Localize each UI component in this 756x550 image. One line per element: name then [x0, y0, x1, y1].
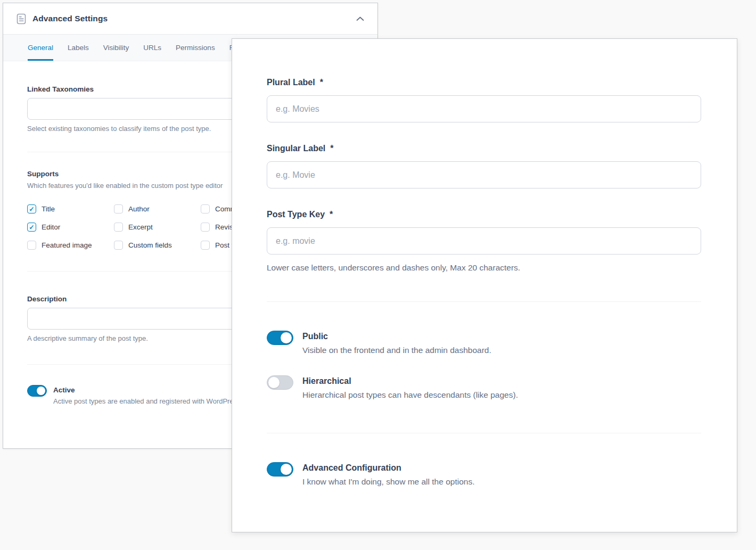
tab-visibility[interactable]: Visibility	[103, 35, 129, 61]
checkbox-option-title[interactable]: Title	[27, 204, 114, 214]
post-type-key-field: Post Type Key* Lower case letters, under…	[267, 210, 701, 273]
tab-urls[interactable]: URLs	[143, 35, 161, 61]
checkbox[interactable]	[201, 204, 210, 214]
singular-label-input[interactable]	[267, 161, 701, 188]
checkbox-label: Author	[128, 205, 150, 213]
active-toggle[interactable]	[27, 385, 47, 397]
checkbox[interactable]	[114, 223, 123, 232]
plural-label-input[interactable]	[267, 95, 701, 122]
checkbox[interactable]	[27, 241, 36, 250]
basic-settings-panel: Plural Label* Singular Label* Post Type …	[232, 38, 737, 532]
tab-general[interactable]: General	[28, 35, 53, 61]
post-type-icon	[17, 13, 27, 24]
checkbox-option-author[interactable]: Author	[114, 204, 201, 214]
advanced-configuration-label: Advanced Configuration	[302, 463, 474, 473]
panel-header: Advanced Settings	[3, 3, 377, 35]
checkbox-label: Excerpt	[128, 223, 153, 231]
panel-title: Advanced Settings	[32, 14, 108, 23]
public-help: Visible on the frontend and in the admin…	[302, 346, 491, 355]
section-divider	[267, 433, 701, 433]
required-asterisk: *	[320, 78, 323, 87]
plural-label-label: Plural Label*	[267, 78, 701, 87]
checkbox-label: Custom fields	[128, 241, 172, 249]
toggle-knob	[268, 377, 280, 388]
active-help: Active post types are enabled and regist…	[53, 397, 242, 405]
section-divider	[267, 301, 701, 302]
post-type-key-label: Post Type Key*	[267, 210, 701, 219]
checkbox[interactable]	[27, 223, 36, 232]
hierarchical-label: Hierarchical	[302, 376, 518, 386]
public-toggle[interactable]	[267, 331, 293, 345]
public-label: Public	[302, 332, 491, 341]
post-type-key-input[interactable]	[267, 227, 701, 255]
checkbox[interactable]	[114, 241, 123, 250]
checkbox-label: Featured image	[42, 241, 92, 249]
tab-permissions[interactable]: Permissions	[176, 35, 215, 61]
post-type-key-help: Lower case letters, underscores and dash…	[267, 263, 701, 273]
tab-labels[interactable]: Labels	[68, 35, 89, 61]
required-asterisk: *	[330, 144, 333, 153]
advanced-configuration-row: Advanced Configuration I know what I'm d…	[267, 462, 701, 487]
checkbox-option-featured-image[interactable]: Featured image	[27, 241, 114, 250]
checkbox[interactable]	[201, 241, 210, 250]
checkbox[interactable]	[201, 223, 210, 232]
advanced-configuration-toggle[interactable]	[267, 462, 293, 477]
chevron-up-icon	[356, 17, 364, 21]
toggle-knob	[281, 332, 292, 343]
checkbox-option-custom-fields[interactable]: Custom fields	[114, 241, 201, 250]
toggle-knob	[281, 464, 292, 475]
singular-label-label: Singular Label*	[267, 144, 701, 153]
checkbox-label: Editor	[42, 223, 60, 231]
checkbox-option-excerpt[interactable]: Excerpt	[114, 223, 201, 232]
active-label: Active	[53, 386, 242, 394]
singular-label-field: Singular Label*	[267, 144, 701, 188]
checkbox-option-editor[interactable]: Editor	[27, 223, 114, 232]
hierarchical-toggle[interactable]	[267, 375, 293, 390]
checkbox-label: Title	[42, 205, 55, 213]
checkbox[interactable]	[27, 204, 36, 214]
hierarchical-setting-row: Hierarchical Hierarchical post types can…	[267, 375, 701, 400]
collapse-button[interactable]	[356, 17, 364, 21]
checkbox[interactable]	[114, 204, 123, 214]
plural-label-field: Plural Label*	[267, 78, 701, 122]
required-asterisk: *	[330, 210, 333, 219]
hierarchical-help: Hierarchical post types can have descend…	[302, 390, 518, 400]
page: Advanced Settings General Labels Visibil…	[0, 0, 756, 550]
advanced-configuration-help: I know what I'm doing, show me all the o…	[302, 477, 474, 487]
toggle-knob	[37, 387, 45, 395]
public-setting-row: Public Visible on the frontend and in th…	[267, 331, 701, 355]
